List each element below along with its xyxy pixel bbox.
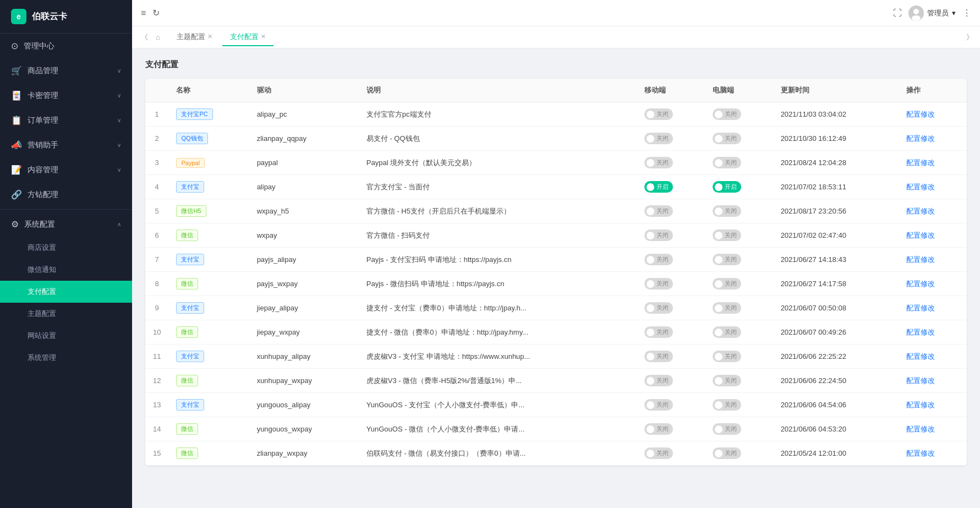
config-edit-link[interactable]: 配置修改 — [906, 280, 935, 288]
col-num — [145, 79, 168, 102]
fullscreen-icon[interactable]: ⛶ — [893, 8, 902, 18]
sidebar-item-xitonggl[interactable]: 系统管理 — [0, 347, 132, 369]
cell-action: 配置修改 — [899, 272, 967, 296]
config-edit-link[interactable]: 配置修改 — [906, 134, 935, 143]
mobile-toggle[interactable]: 关闭 — [644, 351, 673, 362]
pc-toggle[interactable]: 关闭 — [713, 157, 741, 168]
sidebar-item-yingxiao[interactable]: 📣 营销助手 ∨ — [0, 133, 132, 157]
pc-toggle[interactable]: 关闭 — [713, 108, 741, 120]
tab-close-zhuti[interactable]: ✕ — [207, 33, 212, 40]
sidebar-item-wangzhan[interactable]: 网站设置 — [0, 325, 132, 347]
chevron-down-icon: ▾ — [952, 9, 956, 17]
pc-toggle[interactable]: 关闭 — [713, 133, 741, 144]
sidebar-item-dingdan[interactable]: 📋 订单管理 ∨ — [0, 108, 132, 133]
sidebar-label-fangke: 方钻配理 — [28, 190, 58, 200]
pc-toggle[interactable]: 关闭 — [713, 375, 741, 386]
cell-action: 配置修改 — [899, 320, 967, 345]
config-edit-link[interactable]: 配置修改 — [906, 207, 935, 215]
pc-toggle[interactable]: 开启 — [713, 181, 741, 193]
mobile-toggle[interactable]: 关闭 — [644, 302, 673, 314]
payment-table-container: 名称 驱动 说明 移动端 电脑端 更新时间 操作 1支付宝PCalipay_pc… — [145, 79, 967, 466]
mobile-toggle[interactable]: 关闭 — [644, 205, 673, 217]
mobile-toggle[interactable]: 关闭 — [644, 399, 673, 411]
cell-name: 微信 — [168, 272, 249, 296]
config-edit-link[interactable]: 配置修改 — [906, 449, 935, 457]
cell-mobile-toggle: 关闭 — [637, 223, 705, 248]
mobile-toggle[interactable]: 关闭 — [644, 278, 673, 289]
cell-desc: Paypal 境外支付（默认美元交易） — [359, 151, 637, 175]
neirong-icon: 📝 — [11, 165, 22, 175]
config-edit-link[interactable]: 配置修改 — [906, 255, 935, 264]
sidebar-item-shangpin[interactable]: 🛒 商品管理 ∨ — [0, 58, 132, 83]
config-edit-link[interactable]: 配置修改 — [906, 183, 935, 191]
pc-toggle[interactable]: 关闭 — [713, 399, 741, 411]
sidebar-item-weixin[interactable]: 微信通知 — [0, 259, 132, 281]
sidebar-item-fangke[interactable]: 🔗 方钻配理 — [0, 182, 132, 207]
config-edit-link[interactable]: 配置修改 — [906, 425, 935, 433]
tab-zhifu[interactable]: 支付配置 ✕ — [222, 29, 273, 46]
tab-back-btn[interactable]: 《 — [139, 31, 150, 43]
pc-toggle[interactable]: 关闭 — [713, 254, 741, 265]
cell-num: 15 — [145, 441, 168, 466]
more-icon[interactable]: ⋮ — [962, 8, 971, 18]
menu-toggle-icon[interactable]: ≡ — [141, 8, 146, 18]
mobile-toggle[interactable]: 关闭 — [644, 230, 673, 241]
sidebar-label-shangpin: 商品管理 — [28, 66, 58, 76]
sidebar-item-shangdian[interactable]: 商店设置 — [0, 237, 132, 259]
config-edit-link[interactable]: 配置修改 — [906, 328, 935, 336]
tab-home-btn[interactable]: ⌂ — [154, 32, 162, 42]
refresh-icon[interactable]: ↻ — [152, 8, 160, 18]
cell-mobile-toggle: 关闭 — [637, 248, 705, 272]
sidebar-sub-label-xitonggl: 系统管理 — [28, 353, 56, 363]
sidebar-item-neirong[interactable]: 📝 内容管理 ∨ — [0, 157, 132, 182]
cell-name: 支付宝 — [168, 296, 249, 320]
sidebar-label-guanli: 管理中心 — [24, 41, 54, 51]
table-row: 2QQ钱包zlianpay_qqpay易支付 - QQ钱包关闭关闭2021/10… — [145, 127, 967, 151]
cell-pc-toggle: 关闭 — [705, 151, 773, 175]
tab-zhuti[interactable]: 主题配置 ✕ — [169, 29, 220, 46]
mobile-toggle[interactable]: 关闭 — [644, 157, 673, 168]
config-edit-link[interactable]: 配置修改 — [906, 159, 935, 167]
config-edit-link[interactable]: 配置修改 — [906, 352, 935, 360]
config-edit-link[interactable]: 配置修改 — [906, 304, 935, 312]
config-edit-link[interactable]: 配置修改 — [906, 231, 935, 239]
payment-tag: 支付宝 — [176, 351, 204, 362]
cell-desc: Payjs - 支付宝扫码 申请地址：https://payjs.cn — [359, 248, 637, 272]
mobile-toggle[interactable]: 关闭 — [644, 254, 673, 265]
pc-toggle[interactable]: 关闭 — [713, 423, 741, 435]
cell-mobile-toggle: 关闭 — [637, 320, 705, 345]
pc-toggle[interactable]: 关闭 — [713, 447, 741, 459]
mobile-toggle[interactable]: 关闭 — [644, 375, 673, 386]
sidebar-item-zhifu[interactable]: 支付配置 — [0, 281, 132, 303]
table-row: 15微信zlianpay_wxpay伯联码支付 - 微信（易支付接口）（费率0）… — [145, 441, 967, 466]
sidebar-item-kami[interactable]: 🃏 卡密管理 ∨ — [0, 83, 132, 108]
pc-toggle[interactable]: 关闭 — [713, 351, 741, 362]
cell-num: 7 — [145, 248, 168, 272]
cell-mobile-toggle: 关闭 — [637, 441, 705, 466]
pc-toggle[interactable]: 关闭 — [713, 230, 741, 241]
cell-num: 2 — [145, 127, 168, 151]
tab-close-zhifu[interactable]: ✕ — [261, 33, 266, 40]
config-edit-link[interactable]: 配置修改 — [906, 401, 935, 409]
config-edit-link[interactable]: 配置修改 — [906, 110, 935, 118]
cell-name: 支付宝 — [168, 175, 249, 199]
sidebar-item-guanli[interactable]: ⊙ 管理中心 — [0, 34, 132, 58]
mobile-toggle[interactable]: 关闭 — [644, 423, 673, 435]
config-edit-link[interactable]: 配置修改 — [906, 376, 935, 385]
pc-toggle[interactable]: 关闭 — [713, 205, 741, 217]
mobile-toggle[interactable]: 关闭 — [644, 108, 673, 120]
mobile-toggle[interactable]: 开启 — [644, 181, 673, 193]
pc-toggle[interactable]: 关闭 — [713, 302, 741, 314]
mobile-toggle[interactable]: 关闭 — [644, 447, 673, 459]
pc-toggle[interactable]: 关闭 — [713, 326, 741, 338]
table-row: 5微信H5wxpay_h5官方微信 - H5支付（开启后只在手机端显示）关闭关闭… — [145, 199, 967, 223]
sidebar-item-zhuti[interactable]: 主题配置 — [0, 303, 132, 325]
cell-desc: 官方支付宝 - 当面付 — [359, 175, 637, 199]
pc-toggle[interactable]: 关闭 — [713, 278, 741, 289]
mobile-toggle[interactable]: 关闭 — [644, 133, 673, 144]
tab-forward-btn[interactable]: 》 — [966, 33, 973, 41]
sidebar-item-xitong[interactable]: ⚙ 系统配置 ∧ — [0, 212, 132, 237]
user-menu[interactable]: 管理员 ▾ — [908, 6, 956, 21]
mobile-toggle[interactable]: 关闭 — [644, 326, 673, 338]
col-update: 更新时间 — [773, 79, 899, 102]
